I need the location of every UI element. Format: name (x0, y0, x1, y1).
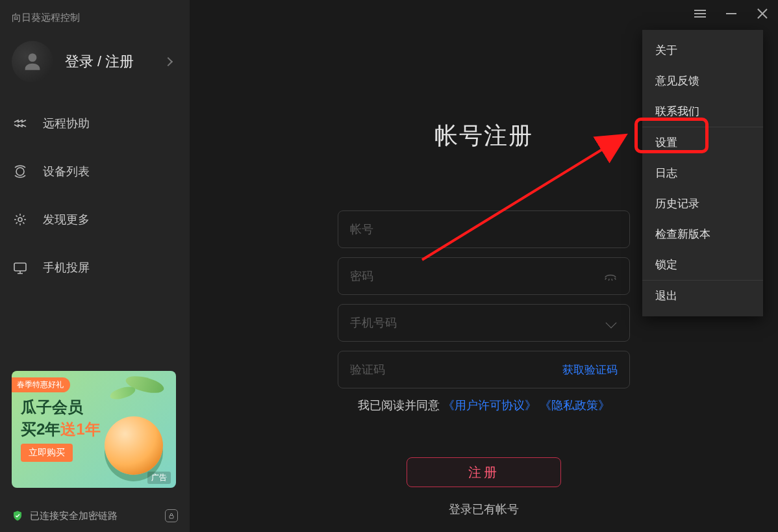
sidebar-item-label: 发现更多 (43, 212, 90, 227)
phone-field[interactable] (338, 304, 630, 342)
ad-label: 广告 (147, 472, 171, 484)
lock-button[interactable] (165, 509, 178, 522)
close-icon (757, 8, 768, 19)
agree-row: 我已阅读并同意 《用户许可协议》 《隐私政策》 (338, 398, 630, 413)
menu-history[interactable]: 历史记录 (642, 188, 763, 219)
promo-banner[interactable]: 春季特惠好礼 瓜子会员 买2年送1年 立即购买 广告 (12, 371, 176, 488)
chevron-down-icon[interactable] (606, 318, 617, 329)
svg-rect-2 (14, 263, 26, 271)
phone-cast-icon (12, 259, 29, 276)
remote-assist-icon (12, 115, 29, 132)
code-field[interactable]: 获取验证码 (338, 351, 630, 388)
code-input[interactable] (350, 363, 556, 377)
eye-closed-icon[interactable] (603, 269, 618, 283)
sidebar-item-phone-cast[interactable]: 手机投屏 (0, 244, 190, 292)
sidebar-item-label: 远程协助 (43, 116, 90, 131)
app-title: 向日葵远程控制 (0, 0, 190, 24)
promo-buy-button[interactable]: 立即购买 (21, 444, 73, 462)
status-text: 已连接安全加密链路 (30, 510, 118, 522)
svg-rect-3 (169, 516, 173, 519)
menu-about[interactable]: 关于 (642, 35, 763, 66)
minimize-icon (726, 13, 736, 14)
shield-check-icon (12, 510, 23, 522)
main-area: 帐号注册 获取验证码 我已阅读并同意 《用户许可协议》 《隐私政策》 注册 登录… (190, 0, 778, 532)
password-input[interactable] (350, 270, 603, 283)
menu-feedback[interactable]: 意见反馈 (642, 66, 763, 96)
menu-check-update[interactable]: 检查新版本 (642, 219, 763, 249)
menu-lock[interactable]: 锁定 (642, 249, 763, 280)
register-form: 获取验证码 我已阅读并同意 《用户许可协议》 《隐私政策》 注册 登录已有帐号 (338, 210, 630, 517)
account-field[interactable] (338, 210, 630, 248)
account-input[interactable] (350, 223, 618, 236)
discover-icon (12, 211, 29, 228)
promo-line1: 瓜子会员 (21, 397, 83, 418)
close-button[interactable] (747, 0, 778, 27)
login-existing-link[interactable]: 登录已有帐号 (338, 501, 630, 517)
hamburger-menu-button[interactable] (684, 0, 716, 27)
login-register-label: 登录 / 注册 (65, 52, 165, 71)
app-menu-dropdown: 关于 意见反馈 联系我们 设置 日志 历史记录 检查新版本 锁定 退出 (642, 30, 763, 316)
promo-tag: 春季特惠好礼 (12, 377, 70, 392)
chevron-right-icon (164, 57, 173, 66)
login-register-row[interactable]: 登录 / 注册 (0, 24, 190, 99)
sidebar-item-label: 设备列表 (43, 164, 90, 179)
sidebar-item-discover[interactable]: 发现更多 (0, 196, 190, 244)
menu-settings[interactable]: 设置 (642, 127, 763, 158)
connection-status: 已连接安全加密链路 (0, 500, 190, 532)
leaf-icon (109, 385, 136, 401)
phone-input[interactable] (350, 316, 607, 330)
agree-prefix: 我已阅读并同意 (358, 399, 440, 412)
get-code-button[interactable]: 获取验证码 (562, 362, 618, 377)
password-field[interactable] (338, 257, 630, 295)
device-list-icon (12, 163, 29, 180)
privacy-policy-link[interactable]: 《隐私政策》 (540, 399, 610, 412)
minimize-button[interactable] (716, 0, 747, 27)
sidebar-item-label: 手机投屏 (43, 260, 90, 275)
user-agreement-link[interactable]: 《用户许可协议》 (443, 399, 536, 412)
coin-icon (105, 416, 163, 475)
register-button[interactable]: 注册 (407, 457, 561, 487)
avatar-icon (12, 41, 53, 82)
sidebar-item-remote-assist[interactable]: 远程协助 (0, 99, 190, 147)
titlebar (684, 0, 778, 27)
svg-point-0 (16, 168, 24, 175)
menu-log[interactable]: 日志 (642, 158, 763, 188)
sidebar: 向日葵远程控制 登录 / 注册 远程协助 设备列表 发现更多 手机投屏 (0, 0, 190, 532)
menu-contact[interactable]: 联系我们 (642, 96, 763, 127)
promo-line2: 买2年送1年 (21, 419, 101, 440)
sidebar-item-device-list[interactable]: 设备列表 (0, 147, 190, 196)
menu-exit[interactable]: 退出 (642, 281, 763, 311)
menu-icon (694, 10, 706, 18)
svg-point-1 (18, 218, 22, 222)
